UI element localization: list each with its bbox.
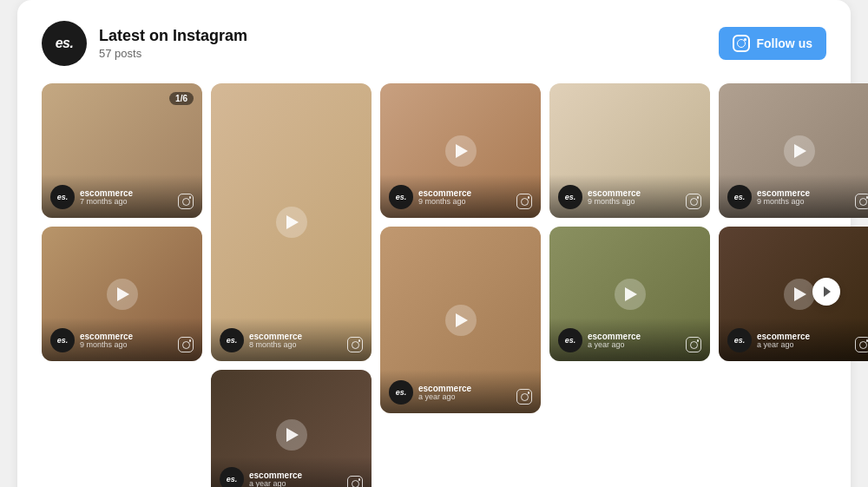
post-meta: escommerce 9 months ago bbox=[418, 188, 471, 207]
post-instagram-icon bbox=[178, 194, 194, 209]
logo-text: es. bbox=[56, 36, 74, 51]
chevron-right-icon bbox=[824, 286, 831, 297]
post-card[interactable]: es. escommerce 9 months ago bbox=[549, 83, 710, 218]
post-avatar: es. bbox=[558, 328, 582, 352]
post-footer: es. escommerce a year ago bbox=[211, 457, 372, 487]
grid-col-1: 1/6 es. escommerce 7 months ago bbox=[42, 83, 202, 487]
post-user: es. escommerce 9 months ago bbox=[50, 328, 133, 352]
post-avatar: es. bbox=[389, 185, 413, 209]
instagram-widget: es. Latest on Instagram 57 posts Follow … bbox=[17, 0, 851, 487]
post-avatar: es. bbox=[727, 328, 752, 352]
post-card[interactable]: es. escommerce a year ago bbox=[380, 227, 541, 413]
next-page-button[interactable] bbox=[812, 278, 840, 306]
header-title: Latest on Instagram bbox=[99, 27, 707, 46]
widget-header: es. Latest on Instagram 57 posts Follow … bbox=[42, 21, 826, 66]
instagram-icon bbox=[733, 35, 750, 52]
play-button[interactable] bbox=[445, 305, 477, 336]
post-card[interactable]: es. escommerce a year ago bbox=[719, 227, 868, 361]
post-footer: es. escommerce a year ago bbox=[719, 318, 868, 361]
post-user: es. escommerce a year ago bbox=[727, 328, 810, 352]
follow-button[interactable]: Follow us bbox=[719, 27, 826, 60]
play-button[interactable] bbox=[615, 279, 646, 310]
play-button[interactable] bbox=[276, 207, 307, 238]
post-footer: es. escommerce 9 months ago bbox=[380, 174, 541, 218]
post-user: es. escommerce a year ago bbox=[220, 467, 302, 487]
post-instagram-icon bbox=[347, 476, 363, 487]
post-user: es. escommerce 9 months ago bbox=[558, 185, 641, 209]
post-avatar: es. bbox=[220, 328, 244, 352]
post-footer: es. escommerce a year ago bbox=[380, 370, 541, 413]
play-button[interactable] bbox=[107, 279, 138, 310]
play-button[interactable] bbox=[784, 135, 815, 167]
play-button[interactable] bbox=[784, 279, 815, 310]
follow-label: Follow us bbox=[756, 36, 812, 50]
post-footer: es. escommerce 7 months ago bbox=[42, 174, 202, 218]
grid-col-3: es. escommerce 9 months ago es. bbox=[380, 83, 541, 487]
post-footer: es. escommerce 8 months ago bbox=[211, 318, 372, 361]
post-avatar: es. bbox=[558, 185, 582, 209]
post-avatar: es. bbox=[50, 185, 75, 209]
grid-col-4: es. escommerce 9 months ago es. bbox=[549, 83, 710, 487]
carousel-badge: 1/6 bbox=[169, 92, 194, 105]
play-button[interactable] bbox=[445, 135, 477, 167]
post-meta: escommerce a year ago bbox=[418, 384, 471, 402]
post-user: es. escommerce 9 months ago bbox=[727, 185, 810, 209]
header-info: Latest on Instagram 57 posts bbox=[99, 27, 707, 61]
post-instagram-icon bbox=[347, 337, 363, 352]
post-card[interactable]: es. escommerce 9 months ago bbox=[42, 227, 202, 361]
post-meta: escommerce 9 months ago bbox=[80, 332, 133, 350]
post-instagram-icon bbox=[855, 337, 868, 352]
post-user: es. escommerce 9 months ago bbox=[389, 185, 471, 209]
grid-col-5: es. escommerce 9 months ago es. bbox=[719, 83, 868, 487]
post-avatar: es. bbox=[389, 380, 413, 405]
post-instagram-icon bbox=[855, 194, 868, 209]
post-footer: es. escommerce 9 months ago bbox=[549, 174, 710, 218]
post-card[interactable]: 1/6 es. escommerce 7 months ago bbox=[42, 83, 202, 218]
post-footer: es. escommerce 9 months ago bbox=[719, 174, 868, 218]
post-user: es. escommerce 8 months ago bbox=[220, 328, 302, 352]
post-meta: escommerce 9 months ago bbox=[588, 188, 641, 207]
post-grid: 1/6 es. escommerce 7 months ago bbox=[42, 83, 826, 487]
post-card[interactable]: es. escommerce a year ago bbox=[549, 227, 710, 361]
post-instagram-icon bbox=[686, 194, 701, 209]
post-card[interactable]: es. escommerce 9 months ago bbox=[719, 83, 868, 218]
post-footer: es. escommerce 9 months ago bbox=[42, 318, 202, 361]
post-card[interactable]: es. escommerce a year ago bbox=[211, 370, 372, 487]
grid-col-2: es. escommerce 8 months ago es. bbox=[211, 83, 372, 487]
header-subtitle: 57 posts bbox=[99, 47, 707, 60]
post-avatar: es. bbox=[220, 467, 244, 487]
post-instagram-icon bbox=[516, 194, 532, 209]
post-meta: escommerce a year ago bbox=[588, 332, 641, 350]
post-meta: escommerce a year ago bbox=[757, 332, 810, 350]
post-meta: escommerce 9 months ago bbox=[757, 188, 810, 207]
post-instagram-icon bbox=[516, 389, 532, 405]
post-footer: es. escommerce a year ago bbox=[549, 318, 710, 361]
post-instagram-icon bbox=[686, 337, 701, 352]
post-card[interactable]: es. escommerce 8 months ago bbox=[211, 83, 372, 361]
brand-logo: es. bbox=[42, 21, 87, 66]
post-meta: escommerce a year ago bbox=[249, 471, 302, 487]
post-user: es. escommerce a year ago bbox=[389, 380, 471, 405]
post-user: es. escommerce 7 months ago bbox=[50, 185, 133, 209]
post-card[interactable]: es. escommerce 9 months ago bbox=[380, 83, 541, 218]
post-user: es. escommerce a year ago bbox=[558, 328, 641, 352]
post-avatar: es. bbox=[727, 185, 752, 209]
post-instagram-icon bbox=[178, 337, 194, 352]
post-avatar: es. bbox=[50, 328, 75, 352]
post-meta: escommerce 8 months ago bbox=[249, 332, 302, 350]
post-meta: escommerce 7 months ago bbox=[80, 188, 133, 207]
play-button[interactable] bbox=[276, 419, 307, 451]
